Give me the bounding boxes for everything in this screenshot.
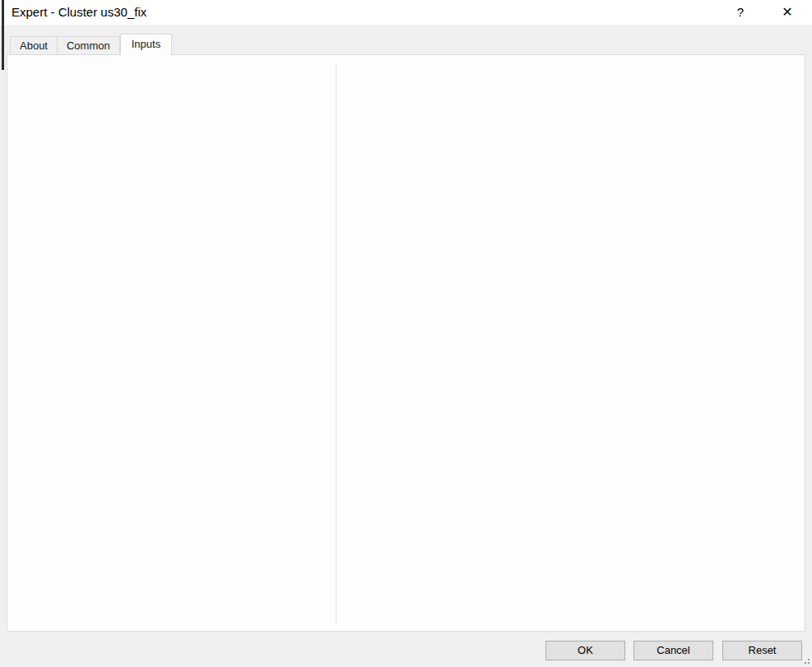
reset-button[interactable]: Reset (722, 641, 802, 660)
window-edge-shadow (2, 0, 4, 70)
resize-grip[interactable] (803, 657, 810, 664)
close-icon[interactable]: ✕ (773, 0, 801, 25)
ok-button[interactable]: OK (545, 641, 625, 660)
tab-bar: About Common Inputs (10, 34, 172, 55)
inputs-tab-panel (7, 54, 805, 632)
help-icon[interactable]: ? (726, 0, 754, 25)
title-bar: Expert - Cluster us30_fix ? ✕ (0, 0, 812, 25)
column-divider[interactable] (336, 63, 336, 624)
tab-inputs[interactable]: Inputs (120, 34, 172, 55)
window-title: Expert - Cluster us30_fix (12, 5, 146, 19)
tab-about[interactable]: About (10, 36, 58, 55)
tab-common[interactable]: Common (58, 36, 120, 55)
cancel-button[interactable]: Cancel (633, 641, 713, 660)
